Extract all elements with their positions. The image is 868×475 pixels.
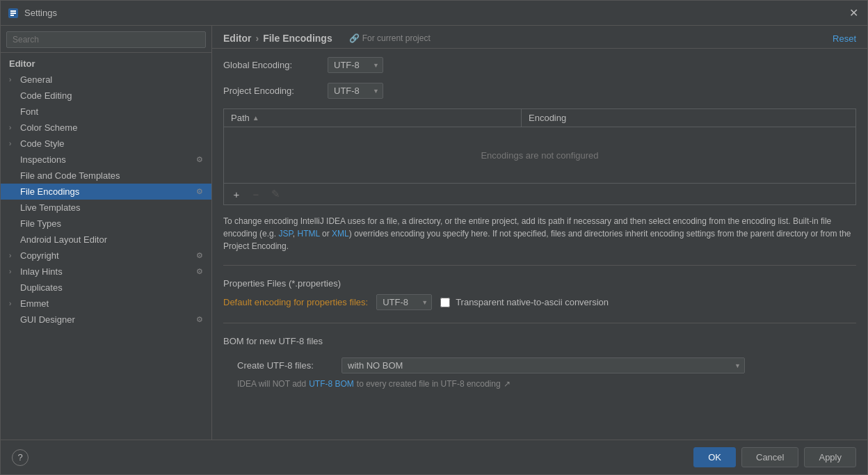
sidebar-item-file-encodings[interactable]: File Encodings ⚙ [1,184,211,200]
bom-select-wrapper: with NO BOM with BOM [341,357,745,373]
settings-icon-2: ⚙ [196,187,203,196]
chevron-right-icon-4: › [9,252,17,259]
transparent-conversion-row: Transparent native-to-ascii conversion [440,297,609,307]
title-bar: Settings ✕ [1,1,867,26]
edit-encoding-button[interactable]: ✎ [267,186,284,202]
transparent-conversion-checkbox[interactable] [440,298,450,307]
sidebar-item-code-editing[interactable]: Code Editing [1,88,211,104]
cancel-button[interactable]: Cancel [741,447,798,467]
sidebar-item-emmet[interactable]: › Emmet [1,296,211,312]
sidebar-item-file-types[interactable]: File Types [1,216,211,232]
app-icon [8,8,19,19]
properties-section: Properties Files (*.properties) Default … [223,278,856,310]
encoding-column-header: Encoding [522,109,855,127]
transparent-conversion-label: Transparent native-to-ascii conversion [456,297,609,307]
chevron-right-icon-5: › [9,268,17,275]
add-encoding-button[interactable]: + [228,186,245,202]
for-current-project: 🔗 For current project [349,33,431,43]
table-body: Encodings are not configured [224,127,855,183]
global-encoding-label: Global Encoding: [223,60,321,70]
bom-info: IDEA will NOT add UTF-8 BOM to every cre… [223,379,856,389]
sidebar-item-android-layout-editor[interactable]: Android Layout Editor [1,232,211,248]
svg-rect-3 [10,15,14,16]
search-input[interactable] [6,31,206,48]
action-buttons: OK Cancel Apply [693,447,856,467]
utf8-bom-link[interactable]: UTF-8 BOM [309,379,354,389]
properties-section-title: Properties Files (*.properties) [223,278,856,289]
sidebar-item-color-scheme[interactable]: › Color Scheme [1,120,211,136]
table-toolbar: + − ✎ [224,183,855,204]
bom-section: BOM for new UTF-8 files Create UTF-8 fil… [223,336,856,389]
chevron-right-icon-6: › [9,300,17,307]
breadcrumb-current: File Encodings [263,33,332,44]
global-encoding-select-wrapper: UTF-8 [328,57,383,73]
dialog-title: Settings [24,8,846,18]
sort-icon: ▲ [252,114,259,122]
sidebar-item-font[interactable]: Font [1,104,211,120]
search-bar [1,26,211,53]
sidebar-tree: Editor › General Code Editing Font › [1,53,211,440]
ok-button[interactable]: OK [693,447,736,467]
section-divider-1 [223,265,856,266]
settings-icon-5: ⚙ [196,315,203,324]
chevron-right-icon-3: › [9,140,17,147]
help-button[interactable]: ? [12,449,29,466]
chevron-right-icon: › [9,76,17,83]
svg-rect-1 [10,10,16,12]
sidebar-item-duplicates[interactable]: Duplicates [1,280,211,296]
reset-link[interactable]: Reset [833,33,856,44]
remove-encoding-button[interactable]: − [248,186,264,202]
breadcrumb-parent: Editor [223,33,251,44]
chevron-right-icon-2: › [9,124,17,131]
sidebar-item-code-style[interactable]: › Code Style [1,136,211,152]
svg-rect-2 [10,13,16,14]
right-panel: Editor › File Encodings 🔗 For current pr… [212,26,867,440]
table-header: Path ▲ Encoding [224,109,855,127]
default-encoding-label: Default encoding for properties files: [223,297,368,307]
settings-icon: ⚙ [196,155,203,164]
breadcrumb-separator: › [255,33,259,44]
properties-encoding-select-wrapper: UTF-8 [376,294,432,310]
project-encoding-select[interactable]: UTF-8 [328,83,383,99]
bom-section-title: BOM for new UTF-8 files [223,336,856,346]
sidebar-item-file-code-templates[interactable]: File and Code Templates [1,168,211,184]
sidebar-item-general[interactable]: › General [1,72,211,88]
sidebar: Editor › General Code Editing Font › [1,26,212,440]
main-content: Editor › General Code Editing Font › [1,26,867,440]
project-encoding-select-wrapper: UTF-8 [328,83,383,99]
jsp-link[interactable]: JSP [278,229,292,239]
sidebar-section-editor: Editor [1,56,211,72]
info-text: To change encoding IntelliJ IDEA uses fo… [223,215,856,252]
properties-inner: Default encoding for properties files: U… [223,294,856,310]
create-utf8-label: Create UTF-8 files: [237,360,335,371]
sidebar-item-gui-designer[interactable]: GUI Designer ⚙ [1,312,211,328]
panel-body: Global Encoding: UTF-8 Project Encoding:… [212,49,867,440]
global-encoding-row: Global Encoding: UTF-8 [223,57,856,73]
bom-select[interactable]: with NO BOM with BOM [341,357,745,373]
sidebar-item-inspections[interactable]: Inspections ⚙ [1,152,211,168]
breadcrumb: Editor › File Encodings [223,33,332,44]
settings-icon-3: ⚙ [196,251,203,260]
encoding-table-section: Path ▲ Encoding Encodings are not config… [223,108,856,205]
apply-button[interactable]: Apply [804,447,856,467]
close-button[interactable]: ✕ [846,6,860,20]
section-divider-2 [223,323,856,323]
path-column-header: Path ▲ [224,109,522,127]
panel-header: Editor › File Encodings 🔗 For current pr… [212,26,867,49]
sidebar-item-live-templates[interactable]: Live Templates [1,200,211,216]
global-encoding-select[interactable]: UTF-8 [328,57,383,73]
bom-form-row: Create UTF-8 files: with NO BOM with BOM [223,357,856,373]
html-link[interactable]: HTML [298,229,320,239]
properties-encoding-select[interactable]: UTF-8 [376,294,432,310]
sidebar-item-inlay-hints[interactable]: › Inlay Hints ⚙ [1,264,211,280]
arrow-icon: ↗ [504,379,511,389]
project-encoding-row: Project Encoding: UTF-8 [223,83,856,99]
project-encoding-label: Project Encoding: [223,86,321,96]
sidebar-item-copyright[interactable]: › Copyright ⚙ [1,248,211,264]
link-icon: 🔗 [349,33,360,43]
xml-link[interactable]: XML [332,229,349,239]
bottom-bar: ? OK Cancel Apply [1,440,867,474]
settings-dialog: Settings ✕ Editor › General Code [0,0,868,475]
settings-icon-4: ⚙ [196,267,203,276]
